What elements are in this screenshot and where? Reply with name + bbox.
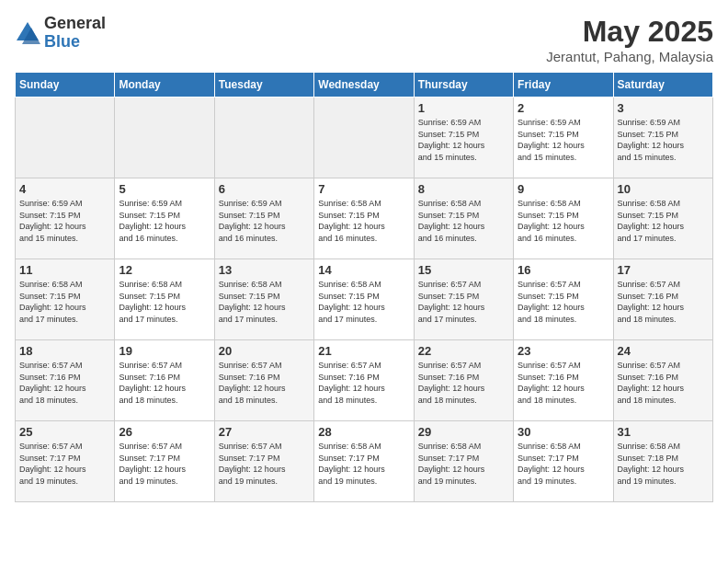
day-info: Sunrise: 6:57 AM Sunset: 7:17 PM Dayligh… bbox=[219, 441, 310, 487]
day-cell: 27Sunrise: 6:57 AM Sunset: 7:17 PM Dayli… bbox=[214, 421, 313, 502]
day-cell: 6Sunrise: 6:59 AM Sunset: 7:15 PM Daylig… bbox=[214, 178, 313, 259]
day-cell: 9Sunrise: 6:58 AM Sunset: 7:15 PM Daylig… bbox=[514, 178, 613, 259]
day-cell bbox=[214, 98, 313, 178]
day-info: Sunrise: 6:57 AM Sunset: 7:16 PM Dayligh… bbox=[318, 360, 409, 406]
day-cell: 28Sunrise: 6:58 AM Sunset: 7:17 PM Dayli… bbox=[314, 421, 414, 502]
day-info: Sunrise: 6:57 AM Sunset: 7:16 PM Dayligh… bbox=[518, 360, 609, 406]
day-info: Sunrise: 6:58 AM Sunset: 7:15 PM Dayligh… bbox=[318, 198, 409, 244]
col-header-wednesday: Wednesday bbox=[314, 73, 414, 98]
day-cell: 25Sunrise: 6:57 AM Sunset: 7:17 PM Dayli… bbox=[16, 421, 115, 502]
day-number: 25 bbox=[19, 425, 110, 439]
day-info: Sunrise: 6:59 AM Sunset: 7:15 PM Dayligh… bbox=[418, 117, 509, 163]
day-cell: 4Sunrise: 6:59 AM Sunset: 7:15 PM Daylig… bbox=[16, 178, 115, 259]
day-number: 27 bbox=[219, 425, 310, 439]
day-info: Sunrise: 6:57 AM Sunset: 7:15 PM Dayligh… bbox=[518, 279, 609, 325]
week-row-4: 18Sunrise: 6:57 AM Sunset: 7:16 PM Dayli… bbox=[16, 340, 713, 421]
week-row-5: 25Sunrise: 6:57 AM Sunset: 7:17 PM Dayli… bbox=[16, 421, 713, 502]
day-cell: 16Sunrise: 6:57 AM Sunset: 7:15 PM Dayli… bbox=[514, 259, 613, 340]
day-number: 4 bbox=[19, 182, 110, 196]
day-info: Sunrise: 6:57 AM Sunset: 7:16 PM Dayligh… bbox=[618, 360, 709, 406]
title-block: May 2025 Jerantut, Pahang, Malaysia bbox=[546, 15, 713, 64]
day-number: 17 bbox=[618, 263, 709, 277]
week-row-2: 4Sunrise: 6:59 AM Sunset: 7:15 PM Daylig… bbox=[16, 178, 713, 259]
day-number: 21 bbox=[318, 344, 409, 358]
day-cell: 15Sunrise: 6:57 AM Sunset: 7:15 PM Dayli… bbox=[414, 259, 513, 340]
day-info: Sunrise: 6:57 AM Sunset: 7:16 PM Dayligh… bbox=[19, 360, 110, 406]
day-info: Sunrise: 6:58 AM Sunset: 7:17 PM Dayligh… bbox=[518, 441, 609, 487]
day-number: 11 bbox=[19, 263, 110, 277]
col-header-tuesday: Tuesday bbox=[214, 73, 313, 98]
logo: General Blue bbox=[15, 15, 106, 52]
day-cell: 20Sunrise: 6:57 AM Sunset: 7:16 PM Dayli… bbox=[214, 340, 313, 421]
day-number: 10 bbox=[618, 182, 709, 196]
day-number: 22 bbox=[418, 344, 509, 358]
week-row-1: 1Sunrise: 6:59 AM Sunset: 7:15 PM Daylig… bbox=[16, 98, 713, 178]
day-cell: 12Sunrise: 6:58 AM Sunset: 7:15 PM Dayli… bbox=[115, 259, 214, 340]
day-number: 15 bbox=[418, 263, 509, 277]
day-info: Sunrise: 6:58 AM Sunset: 7:17 PM Dayligh… bbox=[318, 441, 409, 487]
day-number: 30 bbox=[518, 425, 609, 439]
logo-blue: Blue bbox=[44, 33, 106, 52]
day-info: Sunrise: 6:57 AM Sunset: 7:17 PM Dayligh… bbox=[119, 441, 210, 487]
day-info: Sunrise: 6:59 AM Sunset: 7:15 PM Dayligh… bbox=[219, 198, 310, 244]
day-info: Sunrise: 6:58 AM Sunset: 7:15 PM Dayligh… bbox=[318, 279, 409, 325]
day-info: Sunrise: 6:57 AM Sunset: 7:16 PM Dayligh… bbox=[418, 360, 509, 406]
header-row: SundayMondayTuesdayWednesdayThursdayFrid… bbox=[16, 73, 713, 98]
day-info: Sunrise: 6:58 AM Sunset: 7:17 PM Dayligh… bbox=[418, 441, 509, 487]
day-cell: 7Sunrise: 6:58 AM Sunset: 7:15 PM Daylig… bbox=[314, 178, 414, 259]
col-header-sunday: Sunday bbox=[16, 73, 115, 98]
day-number: 31 bbox=[618, 425, 709, 439]
day-number: 16 bbox=[518, 263, 609, 277]
day-number: 14 bbox=[318, 263, 409, 277]
day-cell: 22Sunrise: 6:57 AM Sunset: 7:16 PM Dayli… bbox=[414, 340, 513, 421]
day-info: Sunrise: 6:58 AM Sunset: 7:15 PM Dayligh… bbox=[219, 279, 310, 325]
day-info: Sunrise: 6:59 AM Sunset: 7:15 PM Dayligh… bbox=[19, 198, 110, 244]
day-number: 26 bbox=[119, 425, 210, 439]
day-cell: 23Sunrise: 6:57 AM Sunset: 7:16 PM Dayli… bbox=[514, 340, 613, 421]
day-cell: 19Sunrise: 6:57 AM Sunset: 7:16 PM Dayli… bbox=[115, 340, 214, 421]
day-cell: 8Sunrise: 6:58 AM Sunset: 7:15 PM Daylig… bbox=[414, 178, 513, 259]
day-cell: 21Sunrise: 6:57 AM Sunset: 7:16 PM Dayli… bbox=[314, 340, 414, 421]
day-number: 1 bbox=[418, 101, 509, 115]
day-cell: 2Sunrise: 6:59 AM Sunset: 7:15 PM Daylig… bbox=[514, 98, 613, 178]
logo-text: General Blue bbox=[44, 15, 106, 52]
day-number: 5 bbox=[119, 182, 210, 196]
day-number: 3 bbox=[618, 101, 709, 115]
day-info: Sunrise: 6:58 AM Sunset: 7:15 PM Dayligh… bbox=[119, 279, 210, 325]
day-info: Sunrise: 6:58 AM Sunset: 7:18 PM Dayligh… bbox=[618, 441, 709, 487]
day-number: 13 bbox=[219, 263, 310, 277]
day-number: 20 bbox=[219, 344, 310, 358]
day-cell: 13Sunrise: 6:58 AM Sunset: 7:15 PM Dayli… bbox=[214, 259, 313, 340]
day-cell: 11Sunrise: 6:58 AM Sunset: 7:15 PM Dayli… bbox=[16, 259, 115, 340]
day-info: Sunrise: 6:59 AM Sunset: 7:15 PM Dayligh… bbox=[618, 117, 709, 163]
day-number: 19 bbox=[119, 344, 210, 358]
day-info: Sunrise: 6:59 AM Sunset: 7:15 PM Dayligh… bbox=[119, 198, 210, 244]
day-info: Sunrise: 6:57 AM Sunset: 7:17 PM Dayligh… bbox=[19, 441, 110, 487]
day-info: Sunrise: 6:59 AM Sunset: 7:15 PM Dayligh… bbox=[518, 117, 609, 163]
main-title: May 2025 bbox=[546, 15, 713, 49]
day-cell: 26Sunrise: 6:57 AM Sunset: 7:17 PM Dayli… bbox=[115, 421, 214, 502]
day-number: 28 bbox=[318, 425, 409, 439]
day-cell bbox=[115, 98, 214, 178]
col-header-thursday: Thursday bbox=[414, 73, 513, 98]
day-cell: 31Sunrise: 6:58 AM Sunset: 7:18 PM Dayli… bbox=[613, 421, 712, 502]
page-header: General Blue May 2025 Jerantut, Pahang, … bbox=[15, 15, 713, 64]
day-number: 2 bbox=[518, 101, 609, 115]
col-header-friday: Friday bbox=[514, 73, 613, 98]
day-cell: 30Sunrise: 6:58 AM Sunset: 7:17 PM Dayli… bbox=[514, 421, 613, 502]
week-row-3: 11Sunrise: 6:58 AM Sunset: 7:15 PM Dayli… bbox=[16, 259, 713, 340]
subtitle: Jerantut, Pahang, Malaysia bbox=[546, 49, 713, 64]
day-number: 9 bbox=[518, 182, 609, 196]
day-cell: 29Sunrise: 6:58 AM Sunset: 7:17 PM Dayli… bbox=[414, 421, 513, 502]
day-number: 8 bbox=[418, 182, 509, 196]
day-cell: 3Sunrise: 6:59 AM Sunset: 7:15 PM Daylig… bbox=[613, 98, 712, 178]
day-number: 6 bbox=[219, 182, 310, 196]
logo-icon bbox=[15, 20, 40, 46]
day-cell: 5Sunrise: 6:59 AM Sunset: 7:15 PM Daylig… bbox=[115, 178, 214, 259]
day-info: Sunrise: 6:57 AM Sunset: 7:15 PM Dayligh… bbox=[418, 279, 509, 325]
day-info: Sunrise: 6:57 AM Sunset: 7:16 PM Dayligh… bbox=[219, 360, 310, 406]
col-header-monday: Monday bbox=[115, 73, 214, 98]
day-cell: 10Sunrise: 6:58 AM Sunset: 7:15 PM Dayli… bbox=[613, 178, 712, 259]
day-number: 7 bbox=[318, 182, 409, 196]
day-cell bbox=[314, 98, 414, 178]
